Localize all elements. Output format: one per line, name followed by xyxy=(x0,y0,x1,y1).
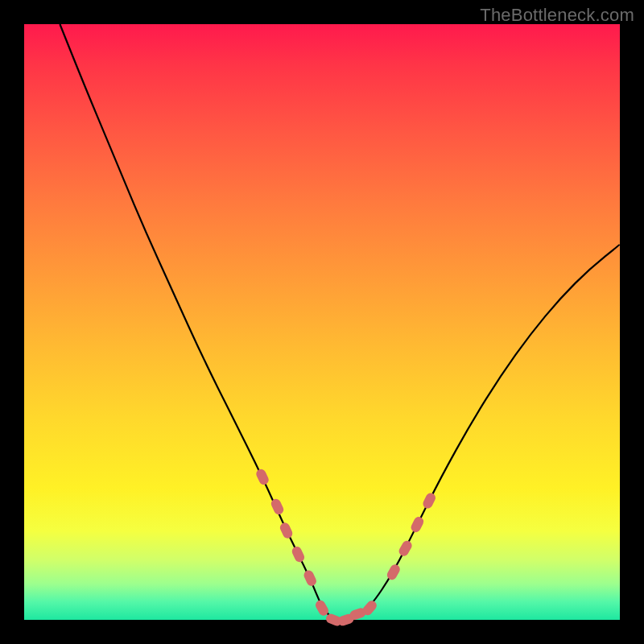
watermark-text: TheBottleneck.com xyxy=(480,5,634,26)
plot-area xyxy=(24,24,620,620)
marker-point xyxy=(397,539,413,558)
bottleneck-curve xyxy=(60,24,620,620)
marker-point xyxy=(254,468,270,486)
chart-svg xyxy=(24,24,620,620)
marker-point xyxy=(303,569,318,588)
marker-point xyxy=(291,545,306,564)
marker-point xyxy=(279,521,294,539)
highlight-markers xyxy=(254,468,437,627)
marker-point xyxy=(421,491,437,510)
marker-point xyxy=(410,515,426,534)
chart-frame: TheBottleneck.com xyxy=(0,0,644,644)
